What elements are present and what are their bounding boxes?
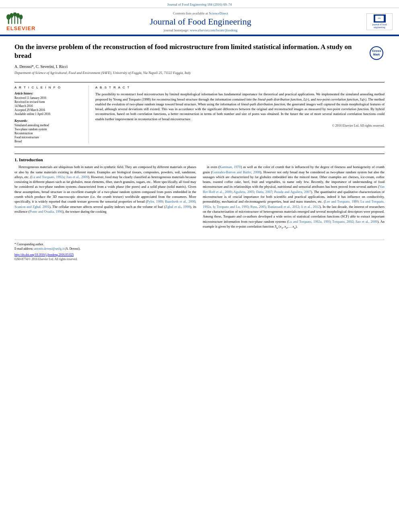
elsevier-tree-icon xyxy=(6,12,25,25)
intro-left-para-1: Heterogeneous materials are ubiquitous b… xyxy=(14,164,196,214)
homepage-prefix: journal homepage: xyxy=(164,28,189,32)
ref-russ-2005[interactable]: Russ, 2005 xyxy=(251,205,266,209)
email-link[interactable]: antonio.derossi@unifg.it xyxy=(34,247,64,251)
authors-line: A. Derossi*, C. Severini, I. Ricci xyxy=(14,64,364,69)
homepage-url[interactable]: www.elsevier.com/locate/jfoodeng xyxy=(190,28,237,32)
article-info-title: A R T I C L E I N F O xyxy=(14,86,84,89)
ref-baardseth-2000[interactable]: Baardseth et al., 2000 xyxy=(165,199,195,203)
section-title: 1. Introduction xyxy=(14,157,385,162)
elsevier-logo: ELSEVIER xyxy=(6,12,39,31)
history-label: Article history: xyxy=(14,92,84,95)
intro-right-para-1: in oven (Kamman, 1970) as well as the co… xyxy=(203,164,385,230)
article-title: On the inverse problem of the reconstruc… xyxy=(14,43,364,60)
svg-rect-2 xyxy=(11,17,12,24)
journal-header: ELSEVIER Contents lists available at Sci… xyxy=(0,8,399,35)
svg-text:Cross: Cross xyxy=(372,49,381,53)
section-divider xyxy=(14,154,385,154)
abstract-title: A B S T R A C T xyxy=(95,86,385,89)
keyword-1: Simulated annealing method xyxy=(14,123,84,127)
keyword-5: Bread xyxy=(14,140,84,143)
ref-lu-torquato-1992a-1993[interactable]: Lu and Torquato, 1992a, 1993 xyxy=(288,220,331,224)
ref-kamman-1970[interactable]: Kamman, 1970 xyxy=(220,165,241,169)
article-title-section: On the inverse problem of the reconstruc… xyxy=(14,43,385,78)
issn-line: 0260-8774/© 2016 Elsevier Ltd. All right… xyxy=(14,257,385,261)
ref-torquato-2002[interactable]: Torquato, 2002 xyxy=(332,220,353,224)
corresponding-author-note: * Corresponding author. xyxy=(14,242,385,246)
ref-ponte-1996[interactable]: Ponte and Ovadia, 1996 xyxy=(30,210,63,214)
ref-zghal-1999[interactable]: Zghal et al., 1999 xyxy=(165,205,190,209)
article-body: A R T I C L E I N F O Article history: R… xyxy=(14,82,385,147)
doi-link[interactable]: http://dx.doi.org/10.1016/j.jfoodeng.201… xyxy=(14,253,74,257)
footer-links: http://dx.doi.org/10.1016/j.jfoodeng.201… xyxy=(14,253,385,257)
ref-torquato-lu-1993[interactable]: Torquato and Lu, 1993 xyxy=(217,205,249,209)
svg-point-3 xyxy=(10,13,13,18)
journal-reference-bar: Journal of Food Engineering 184 (2016) 6… xyxy=(0,0,399,8)
abstract-section: A B S T R A C T The possibility to recon… xyxy=(95,86,385,144)
crossmark-icon: Cross Mark xyxy=(369,46,384,60)
sciencedirect-line: Contents lists available at ScienceDirec… xyxy=(39,11,362,15)
email-note: E-mail address: antonio.derossi@unifg.it… xyxy=(14,247,385,251)
journal-logo-text: journal of food engineering xyxy=(368,23,391,29)
received-date: Received 11 January 2016 xyxy=(14,96,84,100)
ref-pyler-1988[interactable]: Pyler, 1988 xyxy=(147,199,162,203)
section-number: 1. xyxy=(14,157,18,162)
keyword-2: Two-phase random system xyxy=(14,127,84,131)
journal-reference: Journal of Food Engineering 184 (2016) 6… xyxy=(167,2,232,6)
email-name: (A. Derossi). xyxy=(65,247,80,251)
article-info-panel: A R T I C L E I N F O Article history: R… xyxy=(14,86,89,144)
col-right: in oven (Kamman, 1970) as well as the co… xyxy=(203,164,385,232)
sciencedirect-prefix: Contents lists available at xyxy=(173,11,208,15)
revised-label: Received in revised form xyxy=(14,100,84,104)
journal-title-header: Journal of Food Engineering xyxy=(39,16,362,27)
copyright-line: © 2016 Elsevier Ltd. All rights reserved… xyxy=(95,124,385,127)
col-left: Heterogeneous materials are ubiquitous b… xyxy=(14,164,196,232)
svg-text:JFE: JFE xyxy=(378,17,380,19)
ref-aguilera-2005[interactable]: Aguilera, 2005 xyxy=(233,190,254,194)
page-wrapper: Journal of Food Engineering 184 (2016) 6… xyxy=(0,0,399,532)
email-label: E-mail address: xyxy=(14,247,33,251)
two-col-body: Heterogeneous materials are ubiquitous b… xyxy=(14,164,385,232)
ref-lee-torquato-1989[interactable]: Lee and Torquato, 1989 xyxy=(325,199,358,203)
accepted-date: Accepted 29 March 2016 xyxy=(14,108,84,112)
ref-baniassadi-2012[interactable]: Baniassadi et al., 2012 xyxy=(268,205,299,209)
journal-homepage-line: journal homepage: www.elsevier.com/locat… xyxy=(39,28,362,32)
elsevier-brand-text: ELSEVIER xyxy=(6,25,35,31)
crossmark-badge: Cross Mark xyxy=(368,46,385,60)
journal-logo-box: JFE journal of food engineering xyxy=(366,13,393,30)
svg-text:Mark: Mark xyxy=(373,53,380,56)
svg-rect-4 xyxy=(14,15,15,24)
abstract-text: The possibility to reconstruct food micr… xyxy=(95,92,385,121)
keyword-4: Food microstructure xyxy=(14,136,84,139)
ref-gonzales-barron-2008[interactable]: Gonzales-Barron and Butler, 2008 xyxy=(212,170,260,174)
footer-section: * Corresponding author. E-mail address: … xyxy=(14,240,385,261)
journal-logo-image: JFE xyxy=(374,14,386,23)
svg-point-9 xyxy=(19,14,23,19)
article-title-text: On the inverse problem of the reconstruc… xyxy=(14,43,364,78)
available-date: Available online 1 April 2016 xyxy=(14,112,84,116)
section-heading: Introduction xyxy=(19,157,43,162)
ref-lu-torquato-1992a[interactable]: Lu and Torquato, 1992a xyxy=(31,175,64,179)
footnote-star-text: * Corresponding author. xyxy=(14,242,44,246)
keywords-label: Keywords: xyxy=(14,119,84,123)
svg-rect-6 xyxy=(17,17,18,24)
sciencedirect-link[interactable]: ScienceDirect xyxy=(209,11,228,15)
ref-li-2012[interactable]: li et al., 2012 xyxy=(301,205,320,209)
ref-datta-2007[interactable]: Datta, 2007 xyxy=(256,190,272,194)
main-content: On the inverse problem of the reconstruc… xyxy=(0,36,399,267)
revised-date: 14 March 2016 xyxy=(14,104,84,108)
ref-jiao-2009b[interactable]: Jiao et al., 2009 xyxy=(355,220,377,224)
keyword-3: Reconstruction xyxy=(14,131,84,135)
ref-jiao-2009[interactable]: Jiao et al., 2009 xyxy=(66,175,88,179)
jfe-logo-icon: JFE xyxy=(374,15,385,22)
ref-parada-aguilera-2007[interactable]: Parada and Aguilera, 2007 xyxy=(274,190,311,194)
affiliation-line: Department of Science of Agricultural, F… xyxy=(14,71,364,75)
header-center: Contents lists available at ScienceDirec… xyxy=(39,11,362,32)
ref-scanion-2001[interactable]: Scanion and Zghal, 2001 xyxy=(14,205,49,209)
